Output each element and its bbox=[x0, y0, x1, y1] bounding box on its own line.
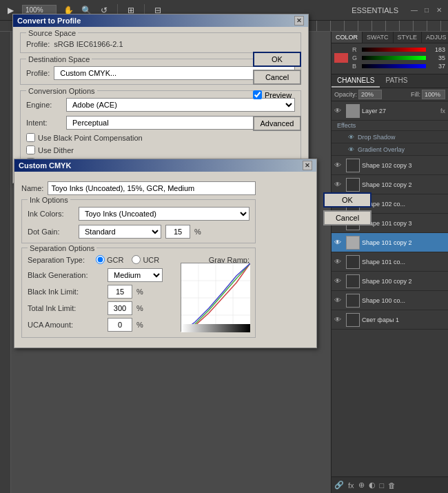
layer-shape100co[interactable]: 👁 Shape 100 co... bbox=[332, 291, 448, 310]
effect-drop-shadow[interactable]: 👁 Drop Shadow bbox=[332, 131, 448, 143]
eye-icon10[interactable]: 👁 bbox=[334, 296, 344, 304]
layer-shape101co[interactable]: 👁 Shape 101 co... bbox=[332, 252, 448, 272]
layer-name5: Shape 102 co... bbox=[362, 201, 445, 208]
effect-gradient-overlay[interactable]: 👁 Gradient Overlay bbox=[332, 143, 448, 156]
dest-profile-label: Profile: bbox=[26, 69, 50, 77]
black-point-label: Use Black Point Compensation bbox=[38, 134, 143, 142]
dot-gain-value-input[interactable] bbox=[165, 225, 190, 239]
r-slider[interactable] bbox=[362, 48, 426, 52]
black-gen-label: Black Generation: bbox=[28, 271, 103, 279]
ok-button[interactable]: OK bbox=[253, 52, 301, 67]
cmyk-cancel-button[interactable]: Cancel bbox=[323, 210, 371, 225]
tab-adjustments[interactable]: ADJUS bbox=[422, 32, 448, 43]
dialog-close-button[interactable]: ✕ bbox=[294, 16, 304, 26]
layer-name: Layer 27 bbox=[362, 108, 439, 114]
layer-name3: Shape 102 copy 3 bbox=[362, 162, 445, 169]
dither-checkbox[interactable] bbox=[26, 145, 35, 154]
preview-row: Preview bbox=[253, 90, 301, 99]
black-gen-select[interactable]: Medium bbox=[108, 268, 163, 282]
b-slider[interactable] bbox=[362, 64, 426, 68]
layer-thumb7 bbox=[346, 236, 360, 250]
layer-name7: Shape 101 copy 2 bbox=[362, 239, 445, 246]
cmyk-dialog-titlebar: Custom CMYK ✕ bbox=[14, 159, 316, 172]
tab-styles[interactable]: STYLE bbox=[394, 32, 422, 43]
fx-icon[interactable]: fx bbox=[348, 481, 354, 490]
cmyk-ok-button[interactable]: OK bbox=[323, 192, 371, 208]
layer-svetfar1[interactable]: 👁 Свет фары 1 bbox=[332, 310, 448, 330]
maximize-button[interactable]: □ bbox=[422, 6, 431, 15]
eye-icon11[interactable]: 👁 bbox=[334, 316, 344, 323]
ink-colors-select[interactable]: Toyo Inks (Uncoated) bbox=[79, 207, 250, 221]
uca-input[interactable] bbox=[108, 318, 132, 332]
dot-gain-select[interactable]: Standard bbox=[79, 225, 161, 239]
color-swatch bbox=[334, 53, 348, 63]
opacity-input[interactable] bbox=[358, 90, 382, 99]
black-point-checkbox[interactable] bbox=[26, 133, 35, 142]
fill-input[interactable] bbox=[422, 90, 445, 99]
cmyk-dialog-close-button[interactable]: ✕ bbox=[303, 161, 312, 170]
layer-name9: Shape 100 copy 2 bbox=[362, 278, 445, 285]
tab-channels[interactable]: CHANNELS bbox=[332, 74, 380, 88]
dialog-titlebar: Convert to Profile ✕ bbox=[13, 14, 308, 27]
layer-shape102copy3[interactable]: 👁 Shape 102 copy 3 bbox=[332, 156, 448, 175]
link-icon[interactable]: 🔗 bbox=[334, 481, 344, 490]
gcr-label: GCR bbox=[107, 256, 123, 264]
ucr-radio[interactable] bbox=[132, 255, 141, 264]
delete-icon[interactable]: 🗑 bbox=[388, 481, 396, 490]
sep-options-group: Separation Options Separation Type: GCR … bbox=[21, 248, 256, 338]
sep-options-label: Separation Options bbox=[28, 244, 96, 252]
dither-label: Use Dither bbox=[38, 146, 74, 154]
gcr-option[interactable]: GCR bbox=[96, 255, 123, 264]
gcr-radio[interactable] bbox=[96, 255, 105, 264]
eye-icon7[interactable]: 👁 bbox=[334, 239, 344, 246]
layer-shape101copy2[interactable]: 👁 Shape 101 copy 2 bbox=[332, 233, 448, 252]
advanced-button[interactable]: Advanced bbox=[253, 116, 301, 131]
layer-name11: Свет фары 1 bbox=[362, 316, 445, 323]
ucr-option[interactable]: UCR bbox=[132, 255, 159, 264]
preview-checkbox[interactable] bbox=[253, 90, 262, 99]
dither-row: Use Dither bbox=[26, 145, 295, 154]
close-button[interactable]: ✕ bbox=[434, 6, 444, 15]
fill-label: Fill: bbox=[411, 91, 420, 98]
cmyk-dialog-body: Name: Ink Options Ink Colors: Toyo Inks … bbox=[14, 172, 316, 348]
preview-label: Preview bbox=[265, 91, 292, 99]
layer-thumb8 bbox=[346, 255, 360, 269]
source-space-label: Source Space bbox=[26, 29, 78, 37]
layer-thumb3 bbox=[346, 159, 360, 172]
black-ink-label: Black Ink Limit: bbox=[28, 288, 103, 296]
color-row-r: R 183 G 35 B 37 bbox=[334, 46, 445, 70]
layer-shape100copy2[interactable]: 👁 Shape 100 copy 2 bbox=[332, 272, 448, 291]
tab-color[interactable]: COLOR bbox=[332, 32, 363, 43]
eye-icon8[interactable]: 👁 bbox=[334, 258, 344, 265]
b-label: B bbox=[352, 63, 359, 70]
dot-gain-row: Dot Gain: Standard % bbox=[28, 225, 250, 239]
name-input[interactable] bbox=[48, 181, 256, 195]
black-ink-pct: % bbox=[136, 288, 143, 296]
eye-icon[interactable]: 👁 bbox=[334, 107, 344, 114]
new-layer-icon[interactable]: ⊕ bbox=[358, 481, 365, 490]
uca-label: UCA Amount: bbox=[28, 321, 103, 329]
black-ink-input[interactable] bbox=[108, 285, 132, 299]
source-profile-label: Profile: bbox=[26, 40, 50, 48]
layer-name4: Shape 102 copy 2 bbox=[362, 181, 445, 188]
tab-paths[interactable]: PATHS bbox=[380, 74, 413, 88]
eye-icon3[interactable]: 👁 bbox=[334, 161, 344, 169]
adjustment-icon[interactable]: ◐ bbox=[369, 481, 376, 490]
eye-icon9[interactable]: 👁 bbox=[334, 277, 344, 285]
tab-swatches[interactable]: SWATC bbox=[363, 32, 394, 43]
cancel-button[interactable]: Cancel bbox=[253, 70, 301, 85]
layer-name10: Shape 100 co... bbox=[362, 297, 445, 304]
eye-icon4[interactable]: 👁 bbox=[334, 181, 344, 188]
dot-gain-pct: % bbox=[194, 228, 201, 236]
layers-panel-tabs: CHANNELS PATHS bbox=[332, 74, 448, 88]
b-value: 37 bbox=[429, 63, 445, 70]
mask-icon[interactable]: □ bbox=[380, 481, 385, 490]
minimize-button[interactable]: — bbox=[409, 6, 419, 15]
layer-item-layer27[interactable]: 👁 Layer 27 fx bbox=[332, 101, 448, 121]
g-slider[interactable] bbox=[362, 56, 426, 60]
ink-colors-label: Ink Colors: bbox=[28, 210, 74, 218]
total-ink-pct: % bbox=[136, 304, 143, 312]
total-ink-input[interactable] bbox=[108, 301, 132, 315]
dialog-title: Convert to Profile bbox=[17, 17, 81, 25]
layer-shape102copy2[interactable]: 👁 Shape 102 copy 2 bbox=[332, 175, 448, 194]
